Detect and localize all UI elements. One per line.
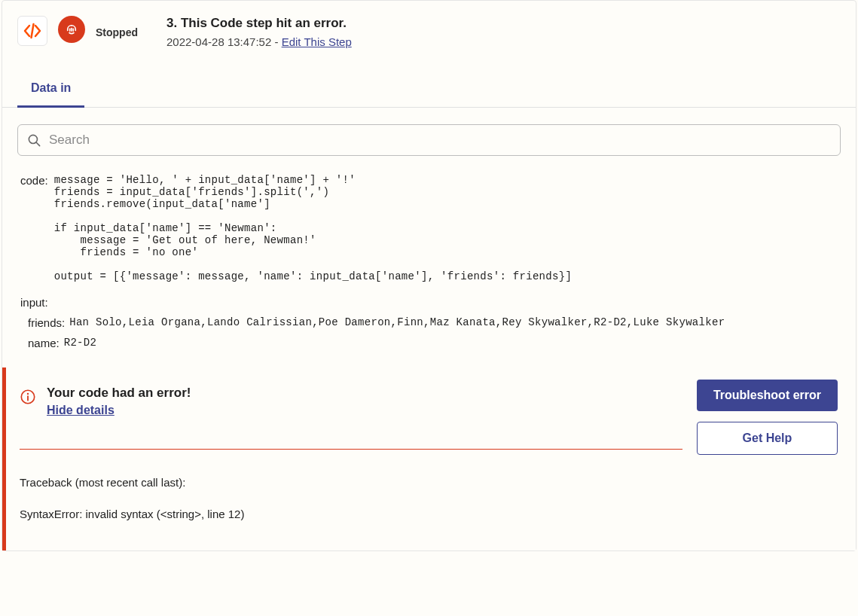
timestamp: 2022-04-28 13:47:52: [166, 35, 271, 48]
error-divider: [20, 449, 682, 450]
status-label: Stopped: [96, 26, 138, 38]
error-msg-block: Your code had an error! Hide details: [47, 380, 191, 417]
error-banner: Your code had an error! Hide details Tra…: [2, 367, 856, 550]
traceback-line-2: SyntaxError: invalid syntax (<string>, l…: [20, 505, 244, 523]
friends-field: friends: Han Solo,Leia Organa,Lando Calr…: [28, 316, 838, 329]
svg-point-6: [27, 393, 29, 395]
svg-line-4: [36, 142, 40, 146]
code-key: code:: [20, 174, 48, 187]
code-value: message = 'Hello, ' + input_data['name']…: [54, 174, 572, 282]
input-section: input: friends: Han Solo,Leia Organa,Lan…: [20, 296, 838, 349]
friends-key: friends:: [28, 316, 65, 329]
search-box[interactable]: [17, 124, 841, 156]
traceback: Traceback (most recent call last): Synta…: [20, 474, 244, 537]
step-card: Stopped 3. This Code step hit an error. …: [2, 0, 856, 551]
header-text: 3. This Code step hit an error. 2022-04-…: [166, 16, 352, 48]
search-input[interactable]: [49, 133, 831, 148]
timestamp-line: 2022-04-28 13:47:52 - Edit This Step: [166, 35, 352, 48]
info-icon: [20, 389, 36, 405]
tabs-row: Data in: [2, 71, 856, 108]
edit-step-link[interactable]: Edit This Step: [282, 35, 352, 48]
code-field: code: message = 'Hello, ' + input_data['…: [20, 174, 838, 282]
input-key: input:: [20, 296, 838, 309]
code-icon: [17, 16, 47, 46]
step-title: 3. This Code step hit an error.: [166, 16, 352, 31]
error-top-row: Your code had an error! Hide details: [20, 380, 683, 417]
name-field: name: R2-D2: [28, 337, 838, 349]
search-icon: [27, 133, 41, 148]
troubleshoot-button[interactable]: Troubleshoot error: [697, 380, 838, 411]
name-value: R2-D2: [64, 337, 97, 349]
separator: -: [271, 35, 281, 48]
friends-value: Han Solo,Leia Organa,Lando Calrissian,Po…: [69, 316, 725, 328]
data-in-section: code: message = 'Hello, ' + input_data['…: [2, 156, 856, 367]
tab-data-in[interactable]: Data in: [17, 71, 84, 108]
stopped-icon: [58, 16, 85, 43]
traceback-line-1: Traceback (most recent call last):: [20, 474, 244, 492]
error-title: Your code had an error!: [47, 386, 191, 401]
get-help-button[interactable]: Get Help: [697, 422, 838, 455]
search-wrap: [2, 108, 856, 156]
name-key: name:: [28, 337, 60, 349]
hide-details-link[interactable]: Hide details: [47, 404, 115, 417]
step-header: Stopped 3. This Code step hit an error. …: [2, 1, 856, 60]
error-buttons: Troubleshoot error Get Help: [697, 380, 838, 537]
error-left: Your code had an error! Hide details Tra…: [20, 380, 683, 537]
